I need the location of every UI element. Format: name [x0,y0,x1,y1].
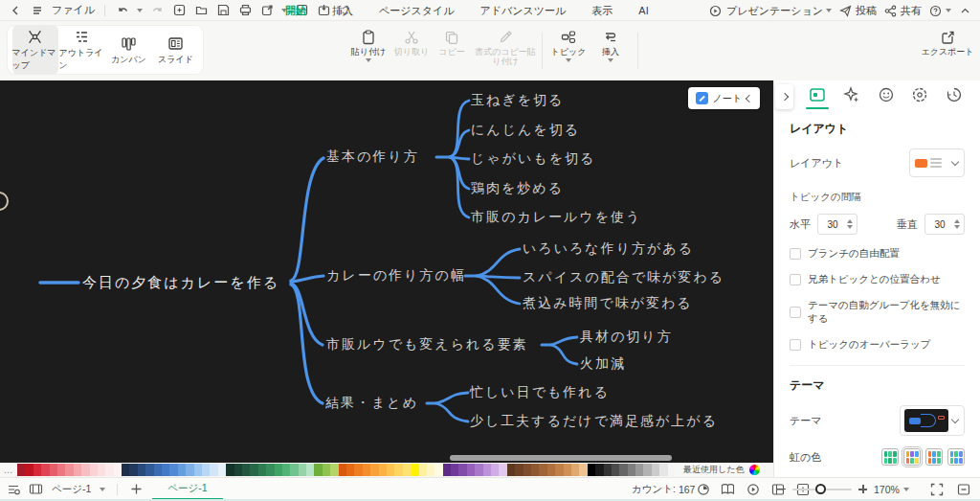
mindmap-root-topic[interactable]: 今日の夕食はカレーを作る [82,274,279,292]
rainbow-option-alternating[interactable] [925,448,943,466]
step-up-icon[interactable] [954,219,960,223]
mindmap-subtopic[interactable]: 忙しい日でも作れる [470,384,610,401]
share-button[interactable]: 共有 [882,4,922,18]
main-menu-icon[interactable] [30,3,45,17]
color-swatch[interactable] [588,464,595,476]
color-swatch[interactable] [954,451,958,457]
palette-more-icon[interactable]: … [0,465,17,475]
color-swatch[interactable] [604,464,612,476]
color-swatch[interactable] [954,458,958,464]
color-swatch[interactable] [507,464,515,476]
panel-tab-layout[interactable] [805,86,830,109]
color-swatch[interactable] [105,464,113,476]
add-page-icon[interactable] [129,482,144,496]
color-swatch[interactable] [242,464,250,476]
color-swatch[interactable] [41,464,49,476]
mode-outline[interactable]: アウトライン [59,25,105,75]
panel-tab-history[interactable] [942,86,967,109]
mode-mindmap[interactable]: マインドマップ [12,25,58,75]
tab-insert[interactable]: 挿入 [332,4,353,18]
checkbox-icon[interactable] [790,307,801,318]
mindmap-subtopic[interactable]: 火加減 [580,355,626,373]
color-swatch[interactable] [370,464,378,476]
post-button[interactable]: 投稿 [837,4,877,18]
timer-icon[interactable] [696,482,710,496]
share-export-icon[interactable] [259,3,275,17]
cut-button[interactable]: 切り取り [390,30,433,57]
color-swatch[interactable] [33,464,41,476]
color-swatch[interactable] [915,458,919,464]
color-swatch[interactable] [668,464,676,476]
color-swatch[interactable] [65,464,73,476]
color-swatch[interactable] [306,464,314,476]
color-swatch[interactable] [434,464,442,476]
color-swatch[interactable] [475,464,482,476]
color-swatch[interactable] [194,464,202,476]
color-swatch[interactable] [451,464,458,476]
tab-page-style[interactable]: ページスタイル [379,4,455,18]
color-swatch[interactable] [888,458,892,464]
color-swatch[interactable] [403,464,411,476]
color-swatch[interactable] [98,464,105,476]
topic-button[interactable]: トピック [547,30,590,62]
horizontal-spacing-stepper[interactable]: 30 [817,214,858,235]
color-swatch[interactable] [937,451,941,457]
checkbox-disable-auto-grouping[interactable]: テーマの自動グループ化を無効にする [790,299,965,326]
color-swatch[interactable] [547,464,555,476]
color-swatch[interactable] [394,464,402,476]
save-icon[interactable] [215,3,231,17]
mindmap-subtopic[interactable]: スパイスの配合で味が変わる [523,269,724,286]
vertical-spacing-stepper[interactable]: 30 [924,214,965,235]
color-swatch[interactable] [884,451,888,457]
zoom-slider[interactable] [792,489,852,490]
color-swatch[interactable] [619,464,627,476]
layout-select[interactable] [909,148,965,177]
canvas-horizontal-scrollbar[interactable] [450,455,672,461]
color-swatch[interactable] [467,464,475,476]
redo-icon[interactable] [149,3,165,17]
color-swatch[interactable] [186,464,193,476]
insert-button[interactable]: 挿入 [591,30,630,62]
page-select-value[interactable]: ページ-1 [52,483,91,496]
color-swatch[interactable] [652,464,659,476]
color-swatch[interactable] [330,464,338,476]
color-swatch[interactable] [323,464,330,476]
color-swatch[interactable] [122,464,129,476]
color-swatch[interactable] [114,464,122,476]
panel-tab-sticker[interactable] [874,86,899,109]
color-swatch[interactable] [910,458,914,464]
color-swatch[interactable] [571,464,579,476]
color-swatch[interactable] [162,464,169,476]
color-swatch[interactable] [928,451,932,457]
print-icon[interactable] [237,3,253,17]
color-swatch[interactable] [910,451,914,457]
color-swatch[interactable] [275,464,282,476]
page-list-icon[interactable] [6,482,20,496]
color-swatch[interactable] [612,464,619,476]
page-tab-active[interactable]: ページ-1 [152,478,222,500]
mindmap-subtopic[interactable]: 鶏肉を炒める [471,180,564,197]
color-swatch[interactable] [595,464,603,476]
color-swatch[interactable] [387,464,394,476]
checkbox-align-sibling-topics[interactable]: 兄弟トピックとの位置合わせ [790,273,965,286]
color-swatch[interactable] [299,464,306,476]
new-document-icon[interactable] [171,3,187,17]
mindmap-main-topic[interactable]: 結果・まとめ [325,395,418,412]
color-swatch[interactable] [81,464,89,476]
copy-button[interactable]: コピー [433,30,471,57]
color-swatch[interactable] [266,464,274,476]
tab-start[interactable]: 開始 [285,4,306,18]
page-thumbnails-icon[interactable] [29,482,43,496]
color-swatch[interactable] [959,451,963,457]
file-menu[interactable]: ファイル [52,3,95,17]
mindmap-canvas[interactable]: 今日の夕食はカレーを作る 基本の作り方 玉ねぎを切る にんじんを切る じゃがいも… [0,80,773,463]
color-swatch[interactable] [959,458,963,464]
color-swatch[interactable] [145,464,153,476]
color-swatch[interactable] [218,464,226,476]
color-swatch[interactable] [339,464,346,476]
color-swatch[interactable] [659,464,667,476]
help-button[interactable] [927,4,951,18]
panel-collapse-button[interactable] [775,84,793,109]
step-down-icon[interactable] [954,225,960,229]
mindmap-subtopic[interactable]: いろいろな作り方がある [523,240,694,258]
